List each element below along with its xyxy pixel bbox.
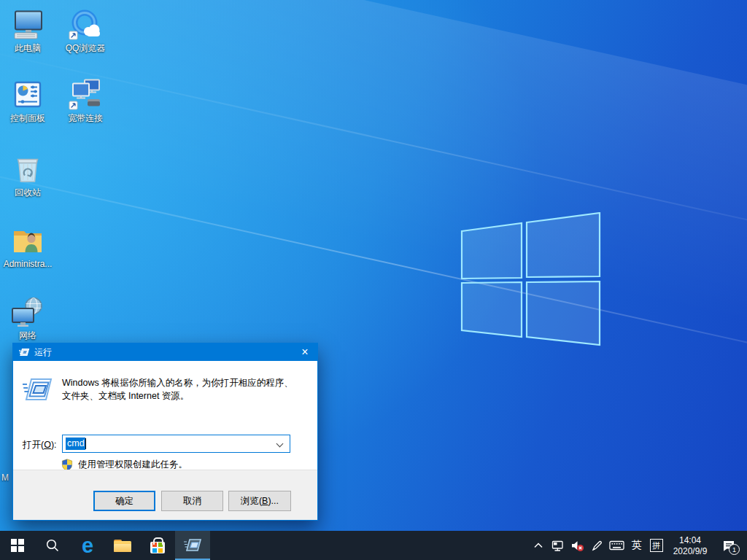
action-center-button[interactable]: 1 xyxy=(714,531,743,560)
description-line-2: 文件夹、文档或 Internet 资源。 xyxy=(62,390,303,403)
windows-start-icon xyxy=(11,539,24,552)
desktop-icon-label: 此电脑 xyxy=(0,43,55,53)
desktop-icon-network[interactable]: 网络 xyxy=(0,293,55,341)
run-dialog-titlebar[interactable]: 运行 × xyxy=(13,343,317,361)
volume-muted-tray-icon[interactable] xyxy=(568,531,587,560)
desktop-icon-label: QQ浏览器 xyxy=(58,43,113,53)
file-explorer-icon xyxy=(114,540,131,552)
dialog-title: 运行 xyxy=(34,346,52,359)
start-button[interactable] xyxy=(0,531,35,560)
chevron-down-icon[interactable] xyxy=(276,440,284,448)
wallpaper-light-wedge xyxy=(0,0,747,397)
search-icon xyxy=(45,538,60,553)
run-taskbar-button-active[interactable] xyxy=(175,531,210,560)
notification-count-badge: 1 xyxy=(729,544,740,555)
edge-taskbar-button[interactable]: e xyxy=(70,531,105,560)
desktop-icon-qq-browser[interactable]: QQ浏览器 xyxy=(58,6,113,53)
run-icon xyxy=(183,537,202,553)
desktop-icon-admin-folder[interactable]: Administra... xyxy=(0,222,55,269)
desktop-icon-this-pc[interactable]: 此电脑 xyxy=(0,6,55,53)
run-command-combobox[interactable]: cmd xyxy=(62,435,290,453)
user-folder-icon xyxy=(0,222,55,257)
run-dialog: 运行 × Windows 将根据你所输入的名称，为你打开相应的程序、 文件夹、文… xyxy=(12,343,318,521)
search-button[interactable] xyxy=(35,531,70,560)
system-tray: 英 拼 14:04 2020/9/9 1 xyxy=(528,531,747,560)
control-panel-icon xyxy=(0,76,55,111)
this-pc-icon xyxy=(0,6,55,41)
ime-mode-indicator[interactable]: 拼 xyxy=(646,531,666,560)
pen-tray-icon[interactable] xyxy=(587,531,607,560)
desktop-icon-label: 控制面板 xyxy=(0,113,55,123)
desktop-icon-label: 网络 xyxy=(0,330,55,341)
microsoft-store-icon xyxy=(150,542,165,553)
broadband-icon xyxy=(58,76,113,111)
file-explorer-taskbar-button[interactable] xyxy=(105,531,140,560)
desktop-icon-recycle-bin[interactable]: 回收站 xyxy=(0,150,55,198)
hidden-desktop-icon-label[interactable]: M xyxy=(1,472,9,483)
description-line-1: Windows 将根据你所输入的名称，为你打开相应的程序、 xyxy=(62,377,303,390)
desktop-screen: 此电脑 QQ浏览器 xyxy=(0,0,747,560)
desktop-icon-broadband[interactable]: 宽带连接 xyxy=(58,76,113,123)
browse-button[interactable]: 浏览(B)... xyxy=(228,491,291,511)
open-label-row: 打开(O): xyxy=(23,439,62,451)
qq-browser-icon xyxy=(58,6,113,41)
taskbar: e xyxy=(0,531,747,560)
clock-date: 2020/9/9 xyxy=(666,546,714,557)
desktop-icon-control-panel[interactable]: 控制面板 xyxy=(0,76,55,123)
open-label: 打开(O): xyxy=(23,439,62,451)
language-indicator[interactable]: 英 xyxy=(627,531,646,560)
clock-time: 14:04 xyxy=(666,535,714,546)
desktop-icon-label: Administra... xyxy=(0,259,55,269)
run-icon xyxy=(19,348,30,357)
combobox-selected-text[interactable]: cmd xyxy=(66,438,85,450)
taskbar-clock[interactable]: 14:04 2020/9/9 xyxy=(666,534,714,557)
desktop-icon-label: 宽带连接 xyxy=(58,113,113,123)
close-icon[interactable]: × xyxy=(293,343,317,361)
network-icon xyxy=(0,293,55,328)
cancel-button[interactable]: 取消 xyxy=(161,491,223,511)
desktop-icon-label: 回收站 xyxy=(0,187,55,198)
store-taskbar-button[interactable] xyxy=(140,531,175,560)
dialog-description: Windows 将根据你所输入的名称，为你打开相应的程序、 文件夹、文档或 In… xyxy=(62,377,303,402)
tray-chevron-up-icon[interactable] xyxy=(528,531,548,560)
edge-icon: e xyxy=(82,535,93,556)
touch-keyboard-tray-icon[interactable] xyxy=(607,531,627,560)
windows-logo xyxy=(460,212,603,348)
recycle-bin-icon xyxy=(0,150,55,185)
ok-button[interactable]: 确定 xyxy=(93,491,155,511)
run-icon xyxy=(22,377,54,403)
text-caret xyxy=(85,438,86,449)
network-tray-icon[interactable] xyxy=(548,531,568,560)
run-dialog-body: Windows 将根据你所输入的名称，为你打开相应的程序、 文件夹、文档或 In… xyxy=(13,361,317,470)
